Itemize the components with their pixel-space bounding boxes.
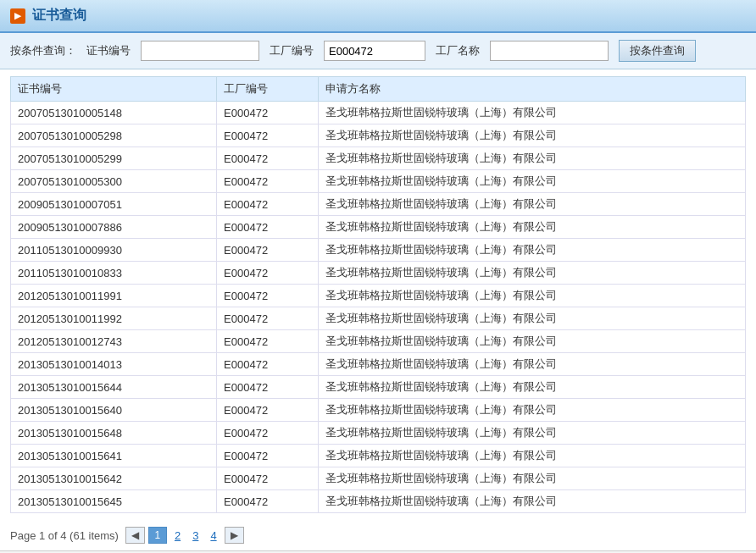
- table-row: 20090513010007886E000472圣戈班韩格拉斯世固锐特玻璃（上海…: [11, 216, 746, 239]
- cell-applicant: 圣戈班韩格拉斯世固锐特玻璃（上海）有限公司: [319, 170, 746, 193]
- cell-factory-no: E000472: [217, 124, 319, 147]
- search-section-label: 按条件查询：: [10, 43, 76, 58]
- table-row: 20130513010015648E000472圣戈班韩格拉斯世固锐特玻璃（上海…: [11, 422, 746, 445]
- cell-applicant: 圣戈班韩格拉斯世固锐特玻璃（上海）有限公司: [319, 262, 746, 285]
- cell-applicant: 圣戈班韩格拉斯世固锐特玻璃（上海）有限公司: [319, 445, 746, 467]
- cell-factory-no: E000472: [217, 216, 319, 239]
- table-row: 20090513010007051E000472圣戈班韩格拉斯世固锐特玻璃（上海…: [11, 193, 746, 216]
- cell-applicant: 圣戈班韩格拉斯世固锐特玻璃（上海）有限公司: [319, 239, 746, 262]
- table-wrapper: 证书编号 工厂编号 申请方名称 20070513010005148E000472…: [0, 69, 756, 520]
- factory-name-input[interactable]: [490, 41, 609, 61]
- cell-cert-no: 20120513010011992: [11, 307, 217, 330]
- cell-factory-no: E000472: [217, 170, 319, 193]
- table-row: 20110513010010833E000472圣戈班韩格拉斯世固锐特玻璃（上海…: [11, 262, 746, 285]
- table-row: 20130513010015642E000472圣戈班韩格拉斯世固锐特玻璃（上海…: [11, 467, 746, 490]
- cell-factory-no: E000472: [217, 399, 319, 422]
- search-bar: 按条件查询： 证书编号 工厂编号 工厂名称 按条件查询: [0, 33, 756, 69]
- cell-applicant: 圣戈班韩格拉斯世固锐特玻璃（上海）有限公司: [319, 102, 746, 124]
- table-row: 20120513010011992E000472圣戈班韩格拉斯世固锐特玻璃（上海…: [11, 307, 746, 330]
- cell-applicant: 圣戈班韩格拉斯世固锐特玻璃（上海）有限公司: [319, 193, 746, 216]
- page-1-button[interactable]: 1: [148, 527, 167, 544]
- results-table: 证书编号 工厂编号 申请方名称 20070513010005148E000472…: [10, 76, 746, 513]
- cell-factory-no: E000472: [217, 193, 319, 216]
- cell-factory-no: E000472: [217, 376, 319, 399]
- cell-applicant: 圣戈班韩格拉斯世固锐特玻璃（上海）有限公司: [319, 307, 746, 330]
- table-row: 20110513010009930E000472圣戈班韩格拉斯世固锐特玻璃（上海…: [11, 239, 746, 262]
- cell-factory-no: E000472: [217, 490, 319, 513]
- table-row: 20070513010005300E000472圣戈班韩格拉斯世固锐特玻璃（上海…: [11, 170, 746, 193]
- cell-cert-no: 20130513010015645: [11, 490, 217, 513]
- table-row: 20130513010014013E000472圣戈班韩格拉斯世固锐特玻璃（上海…: [11, 353, 746, 376]
- cell-applicant: 圣戈班韩格拉斯世固锐特玻璃（上海）有限公司: [319, 147, 746, 170]
- table-row: 20130513010015641E000472圣戈班韩格拉斯世固锐特玻璃（上海…: [11, 445, 746, 467]
- search-button[interactable]: 按条件查询: [619, 40, 696, 62]
- cell-cert-no: 20070513010005148: [11, 102, 217, 124]
- cell-cert-no: 20090513010007051: [11, 193, 217, 216]
- cell-cert-no: 20070513010005298: [11, 124, 217, 147]
- cell-cert-no: 20110513010010833: [11, 262, 217, 285]
- cell-cert-no: 20130513010015641: [11, 445, 217, 467]
- cell-cert-no: 20130513010015640: [11, 399, 217, 422]
- cell-cert-no: 20130513010015642: [11, 467, 217, 490]
- cell-cert-no: 20130513010015644: [11, 376, 217, 399]
- cert-no-label: 证书编号: [86, 43, 131, 58]
- cell-applicant: 圣戈班韩格拉斯世固锐特玻璃（上海）有限公司: [319, 330, 746, 353]
- cell-cert-no: 20070513010005300: [11, 170, 217, 193]
- table-row: 20120513010012743E000472圣戈班韩格拉斯世固锐特玻璃（上海…: [11, 330, 746, 353]
- cell-cert-no: 20110513010009930: [11, 239, 217, 262]
- page-2-link[interactable]: 2: [170, 528, 185, 544]
- cell-applicant: 圣戈班韩格拉斯世固锐特玻璃（上海）有限公司: [319, 422, 746, 445]
- cell-cert-no: 20090513010007886: [11, 216, 217, 239]
- page-header: ▶ 证书查询: [0, 0, 756, 33]
- cell-cert-no: 20120513010011991: [11, 285, 217, 307]
- factory-no-label: 工厂编号: [270, 43, 314, 58]
- cell-factory-no: E000472: [217, 353, 319, 376]
- page-title: 证书查询: [32, 7, 86, 25]
- cell-applicant: 圣戈班韩格拉斯世固锐特玻璃（上海）有限公司: [319, 353, 746, 376]
- table-row: 20130513010015640E000472圣戈班韩格拉斯世固锐特玻璃（上海…: [11, 399, 746, 422]
- cell-cert-no: 20130513010015648: [11, 422, 217, 445]
- table-row: 20130513010015645E000472圣戈班韩格拉斯世固锐特玻璃（上海…: [11, 490, 746, 513]
- cell-factory-no: E000472: [217, 102, 319, 124]
- cell-applicant: 圣戈班韩格拉斯世固锐特玻璃（上海）有限公司: [319, 467, 746, 490]
- cell-factory-no: E000472: [217, 239, 319, 262]
- pagination-info: Page 1 of 4 (61 items): [10, 529, 119, 542]
- cell-cert-no: 20070513010005299: [11, 147, 217, 170]
- cell-applicant: 圣戈班韩格拉斯世固锐特玻璃（上海）有限公司: [319, 399, 746, 422]
- cell-factory-no: E000472: [217, 285, 319, 307]
- factory-name-label: 工厂名称: [436, 43, 480, 58]
- page-4-link[interactable]: 4: [206, 528, 220, 544]
- cell-factory-no: E000472: [217, 422, 319, 445]
- table-row: 20070513010005298E000472圣戈班韩格拉斯世固锐特玻璃（上海…: [11, 124, 746, 147]
- col-cert-no: 证书编号: [11, 77, 217, 102]
- col-applicant: 申请方名称: [319, 77, 746, 102]
- prev-page-button[interactable]: ◀: [125, 527, 145, 544]
- cell-factory-no: E000472: [217, 147, 319, 170]
- cell-applicant: 圣戈班韩格拉斯世固锐特玻璃（上海）有限公司: [319, 490, 746, 513]
- table-row: 20070513010005299E000472圣戈班韩格拉斯世固锐特玻璃（上海…: [11, 147, 746, 170]
- table-header-row: 证书编号 工厂编号 申请方名称: [11, 77, 746, 102]
- factory-no-input[interactable]: [324, 41, 425, 61]
- col-factory-no: 工厂编号: [217, 77, 319, 102]
- cell-cert-no: 20120513010012743: [11, 330, 217, 353]
- cell-applicant: 圣戈班韩格拉斯世固锐特玻璃（上海）有限公司: [319, 124, 746, 147]
- page-3-link[interactable]: 3: [188, 528, 203, 544]
- cell-factory-no: E000472: [217, 307, 319, 330]
- cell-applicant: 圣戈班韩格拉斯世固锐特玻璃（上海）有限公司: [319, 285, 746, 307]
- pagination: Page 1 of 4 (61 items) ◀ 1 2 3 4 ▶: [0, 520, 756, 550]
- cell-cert-no: 20130513010014013: [11, 353, 217, 376]
- header-icon: ▶: [10, 8, 25, 24]
- cell-factory-no: E000472: [217, 467, 319, 490]
- cell-factory-no: E000472: [217, 445, 319, 467]
- cell-applicant: 圣戈班韩格拉斯世固锐特玻璃（上海）有限公司: [319, 376, 746, 399]
- cell-applicant: 圣戈班韩格拉斯世固锐特玻璃（上海）有限公司: [319, 216, 746, 239]
- cell-factory-no: E000472: [217, 262, 319, 285]
- next-page-button[interactable]: ▶: [225, 527, 244, 544]
- cell-factory-no: E000472: [217, 330, 319, 353]
- table-row: 20120513010011991E000472圣戈班韩格拉斯世固锐特玻璃（上海…: [11, 285, 746, 307]
- table-row: 20130513010015644E000472圣戈班韩格拉斯世固锐特玻璃（上海…: [11, 376, 746, 399]
- table-row: 20070513010005148E000472圣戈班韩格拉斯世固锐特玻璃（上海…: [11, 102, 746, 124]
- cert-no-input[interactable]: [141, 41, 259, 61]
